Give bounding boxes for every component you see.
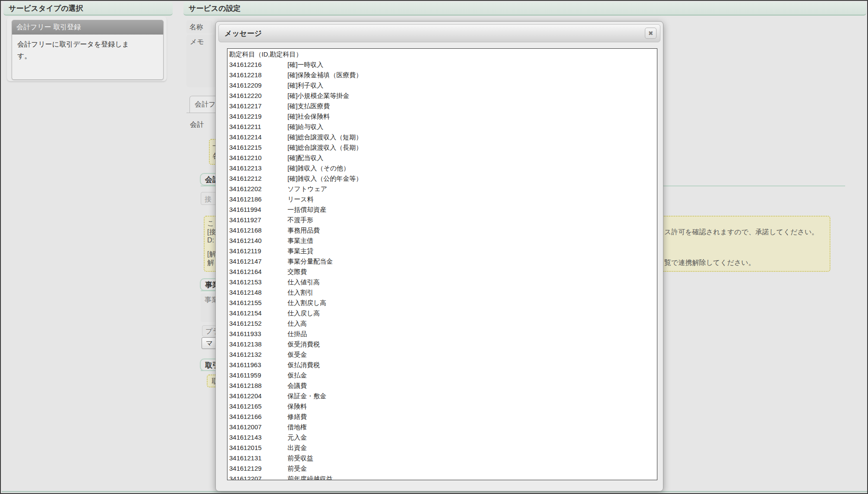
account-row: 341612155仕入割戻し高 [229,298,657,308]
service-type-panel-header: サービスタイプの選択 [3,2,173,16]
info-note-large-right-line2: 覧で連携解除してください。 [664,258,755,267]
account-row: 341612220[確]小規模企業等掛金 [229,91,657,101]
account-list-header: 勘定科目（ID,勘定科目） [229,49,657,60]
account-row: 341612164交際費 [229,267,657,277]
info-note-large-left-line4: [解 [207,250,216,259]
info-note-large-right-line1: ス許可を確認されますので、承諾してください。 [664,228,818,237]
account-row: 341612210[確]配当収入 [229,153,657,163]
account-list[interactable]: 勘定科目（ID,勘定科目） 341612216[確]一時収入341612218[… [227,48,657,480]
info-note-large-left-line5: 解 [207,258,214,267]
service-settings-panel-title: サービスの設定 [189,3,241,13]
account-row: 341612207前年度繰越収益 [229,474,657,480]
account-row: 341612218[確]保険金補填（医療費） [229,70,657,80]
account-row: 341612140事業主借 [229,236,657,246]
account-row: 341612119事業主貸 [229,246,657,256]
account-row: 341612217[確]支払医療費 [229,101,657,111]
account-row: 341612152仕入高 [229,318,657,329]
service-type-card-header: 会計フリー 取引登録 [12,20,163,35]
account-row: 341612154仕入戻し高 [229,308,657,318]
account-row: 341611933仕掛品 [229,329,657,339]
account-row: 341612138仮受消費税 [229,339,657,349]
account-row: 341611963仮払消費税 [229,360,657,370]
account-row: 341612188会議費 [229,381,657,391]
close-button[interactable]: ✖ [645,28,657,39]
message-dialog-title: メッセージ [224,28,262,38]
account-row: 341612202ソフトウェア [229,184,657,194]
account-row: 341611927不渡手形 [229,215,657,225]
account-row: 341612219[確]社会保険料 [229,111,657,122]
info-note-large-left-line2: [接 [207,228,216,237]
account-row: 341612214[確]総合譲渡収入（短期） [229,132,657,142]
account-row: 341612213[確]雑収入（その他） [229,163,657,173]
account-row: 341611959仮払金 [229,370,657,381]
account-row: 341612153仕入値引高 [229,277,657,287]
account-row: 341612168事務用品費 [229,225,657,236]
info-note-large-left-line1: こ [207,219,214,228]
info-note-large-left-line3: D: [207,236,214,244]
account-row: 341612015出資金 [229,443,657,453]
account-row: 341612129前受金 [229,463,657,474]
service-type-panel-title: サービスタイプの選択 [9,3,83,13]
account-row: 341612143元入金 [229,432,657,443]
message-dialog: メッセージ ✖ 勘定科目（ID,勘定科目） 341612216[確]一時収入34… [215,21,663,491]
account-row: 341612215[確]総合譲渡収入（長期） [229,142,657,153]
account-row: 341612209[確]利子収入 [229,80,657,91]
service-type-card[interactable]: 会計フリー 取引登録 会計フリーに取引データを登録します。 [12,20,164,80]
account-row: 341612216[確]一時収入 [229,60,657,70]
message-dialog-titlebar[interactable]: メッセージ ✖ [218,24,660,42]
close-icon: ✖ [648,30,653,37]
page: サービスタイプの選択 会計フリー 取引登録 会計フリーに取引データを登録します。… [0,0,868,494]
account-row: 341612132仮受金 [229,349,657,360]
name-field-label: 名称 [186,20,212,33]
account-row: 341612211[確]給与収入 [229,122,657,132]
account-row: 341612186リース料 [229,194,657,205]
account-row: 341612148仕入割引 [229,287,657,298]
account-row: 341612165保険料 [229,401,657,412]
service-type-card-title: 会計フリー 取引登録 [16,23,81,32]
account-row: 341612166修繕費 [229,412,657,422]
account-row: 341612131前受収益 [229,453,657,463]
service-settings-panel-header: サービスの設定 [183,2,866,16]
account-row: 341612147事業分量配当金 [229,256,657,267]
account-row: 341611994一括償却資産 [229,205,657,215]
account-row: 341612204保証金・敷金 [229,391,657,401]
account-row: 341612212[確]雑収入（公的年金等） [229,173,657,184]
service-type-card-description: 会計フリーに取引データを登録します。 [12,35,142,66]
account-row: 341612007借地権 [229,422,657,432]
accounting-row-label: 会計 [190,120,204,129]
